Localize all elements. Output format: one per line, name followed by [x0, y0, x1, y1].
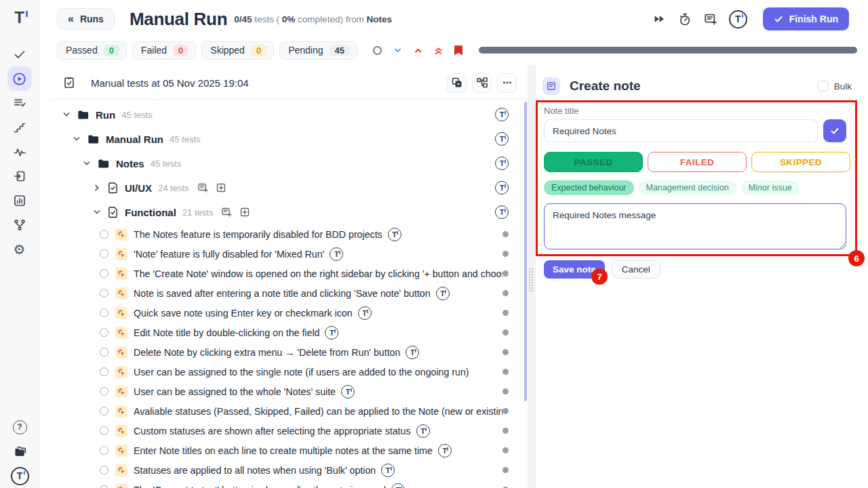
note-title-input[interactable]: [544, 119, 818, 142]
chevron-down-icon[interactable]: [71, 134, 82, 144]
panel-resize-handle[interactable]: [529, 268, 533, 291]
test-status-circle[interactable]: [100, 387, 108, 396]
test-status-circle[interactable]: [100, 426, 108, 435]
suite-row[interactable]: Functional 21 tests: [39, 200, 528, 224]
add-test-icon[interactable]: [216, 182, 226, 193]
testomat-logo-icon[interactable]: [438, 444, 452, 458]
filter-circle-button[interactable]: [372, 45, 382, 56]
test-status-circle[interactable]: [100, 485, 108, 488]
test-status-circle[interactable]: [100, 466, 108, 474]
sidebar-item-pulse[interactable]: [7, 140, 32, 164]
status-filter-pill[interactable]: Passed 0: [57, 41, 127, 60]
sidebar-item-analytics[interactable]: [7, 188, 32, 213]
test-row[interactable]: Delete Note by clicking extra menu → 'De…: [39, 342, 528, 362]
test-status-circle[interactable]: [100, 230, 108, 239]
suite-row[interactable]: Manual Run 45 tests: [39, 127, 528, 151]
sidebar-item-import[interactable]: [7, 164, 32, 188]
testomat-logo-icon[interactable]: [495, 181, 509, 195]
note-status-button[interactable]: SKIPPED: [751, 152, 850, 172]
test-row[interactable]: User can be assigned to the single note …: [39, 362, 528, 382]
test-row[interactable]: Avaliable statuses (Passed, Skipped, Fai…: [39, 401, 528, 421]
test-row[interactable]: The 'Create Note' window is opened on th…: [39, 264, 528, 283]
sidebar-item-projects[interactable]: [7, 439, 32, 464]
testomat-logo-icon[interactable]: [341, 385, 355, 399]
test-row[interactable]: Note is saved after entering a note titl…: [39, 283, 528, 303]
add-note-icon[interactable]: [197, 182, 208, 193]
status-filter-pill[interactable]: Skipped 0: [201, 41, 274, 60]
test-row[interactable]: User can be assigned to the whole 'Notes…: [39, 382, 528, 401]
testomat-logo-icon[interactable]: [495, 132, 509, 146]
cancel-button[interactable]: Cancel: [612, 260, 660, 279]
scroll-down-button[interactable]: [393, 45, 403, 56]
timer-button[interactable]: [677, 12, 692, 26]
testomat-logo-icon[interactable]: [391, 483, 405, 488]
testomat-logo-icon[interactable]: [330, 247, 343, 261]
note-tag[interactable]: Expected behaviour: [544, 180, 634, 195]
test-status-circle[interactable]: [100, 367, 108, 376]
testomat-logo-icon[interactable]: [388, 228, 401, 241]
scroll-up-button[interactable]: [413, 45, 423, 56]
test-row[interactable]: Statuses are applied to all notes when u…: [39, 460, 528, 480]
test-status-circle[interactable]: [100, 308, 108, 317]
copy-run-button[interactable]: [447, 73, 467, 93]
note-tag[interactable]: Minor issue: [741, 180, 800, 195]
sidebar-item-help[interactable]: ?: [7, 415, 32, 439]
test-row[interactable]: Edit Note title by double-clicking on th…: [39, 323, 528, 342]
test-row[interactable]: The 'Convert to test' button is shown af…: [39, 480, 528, 488]
add-test-icon[interactable]: [239, 207, 250, 218]
sidebar-item-branches[interactable]: [7, 213, 32, 237]
add-note-icon[interactable]: [221, 207, 232, 218]
testomat-logo-icon[interactable]: [416, 424, 430, 438]
test-row[interactable]: Custom statuses are shown after selectin…: [39, 421, 528, 441]
bulk-checkbox[interactable]: [818, 81, 829, 92]
testomat-logo-icon[interactable]: [436, 287, 450, 300]
note-status-button[interactable]: PASSED: [544, 152, 643, 172]
tree-scrollbar[interactable]: [524, 102, 527, 401]
bulk-toggle[interactable]: Bulk: [818, 81, 852, 92]
chevron-down-icon[interactable]: [92, 207, 102, 217]
testomat-logo-icon[interactable]: [495, 108, 509, 121]
tree-view-button[interactable]: [472, 73, 492, 93]
testomat-logo-icon[interactable]: [358, 306, 372, 320]
more-options-button[interactable]: [497, 73, 517, 93]
test-status-circle[interactable]: [100, 269, 108, 278]
note-message-textarea[interactable]: Required Notes message: [544, 203, 846, 249]
test-row[interactable]: 'Note' feature is fully disabled for 'Mi…: [39, 244, 528, 264]
testomat-logo-icon[interactable]: [381, 464, 395, 477]
suite-row[interactable]: Run 45 tests: [39, 102, 528, 127]
suite-row[interactable]: Notes 45 tests: [39, 151, 528, 176]
status-filter-pill[interactable]: Failed 0: [132, 41, 196, 60]
sidebar-item-checks[interactable]: [7, 42, 32, 66]
chevron-down-icon[interactable]: [81, 159, 92, 168]
sidebar-item-steps[interactable]: [7, 115, 32, 140]
scroll-top-button[interactable]: [433, 45, 443, 56]
chevron-right-icon[interactable]: [92, 183, 102, 192]
quick-save-button[interactable]: [823, 119, 846, 142]
test-status-circle[interactable]: [100, 328, 108, 337]
sidebar-item-runs[interactable]: [7, 66, 32, 91]
sidebar-item-account[interactable]: [7, 464, 32, 488]
chevron-down-icon[interactable]: [61, 110, 72, 119]
test-status-circle[interactable]: [100, 407, 108, 415]
testomat-logo-icon[interactable]: [495, 157, 509, 170]
test-status-circle[interactable]: [100, 446, 108, 455]
app-logo[interactable]: T: [14, 8, 24, 27]
testomat-logo-icon[interactable]: [495, 205, 509, 219]
bookmark-button[interactable]: [454, 45, 463, 56]
fast-forward-button[interactable]: [652, 12, 666, 26]
finish-run-button[interactable]: Finish Run: [763, 7, 849, 30]
test-row[interactable]: Enter Note titles on each line to create…: [39, 441, 528, 460]
testomat-logo-icon[interactable]: [406, 346, 419, 359]
run-logo-button[interactable]: [729, 10, 747, 28]
add-note-button[interactable]: [703, 12, 717, 26]
suite-row[interactable]: UI/UX 24 tests: [39, 176, 528, 200]
test-status-circle[interactable]: [100, 348, 108, 357]
note-status-button[interactable]: FAILED: [648, 152, 747, 172]
status-filter-pill[interactable]: Pending 45: [279, 41, 357, 60]
test-row[interactable]: The Notes feature is temporarily disable…: [39, 224, 528, 244]
test-row[interactable]: Quick save note using Enter key or check…: [39, 303, 528, 323]
sidebar-item-settings[interactable]: ⚙: [7, 237, 32, 262]
back-to-runs-button[interactable]: « Runs: [57, 8, 115, 30]
test-status-circle[interactable]: [100, 249, 108, 258]
test-status-circle[interactable]: [100, 289, 108, 298]
